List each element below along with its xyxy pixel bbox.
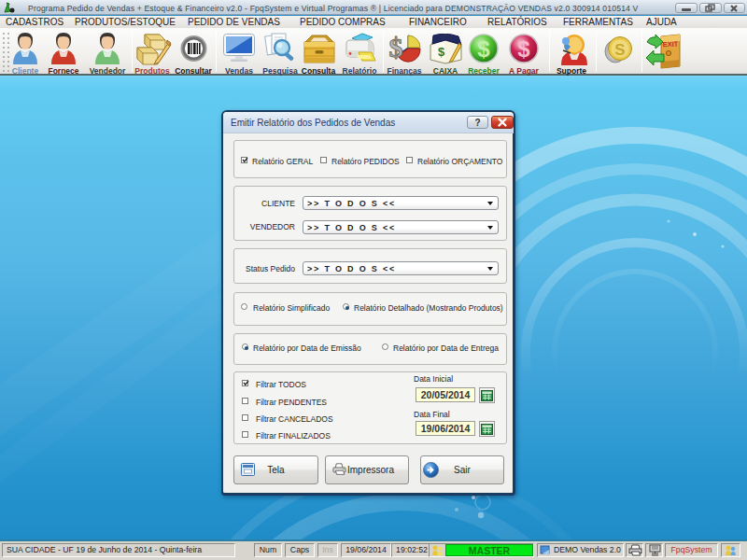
svg-text:S: S — [614, 41, 625, 59]
svg-text:$: $ — [517, 36, 530, 62]
svg-text:$: $ — [438, 45, 445, 59]
svg-text:$: $ — [389, 33, 403, 63]
svg-text:$: $ — [477, 36, 490, 62]
svg-text:EXIT: EXIT — [662, 40, 678, 49]
